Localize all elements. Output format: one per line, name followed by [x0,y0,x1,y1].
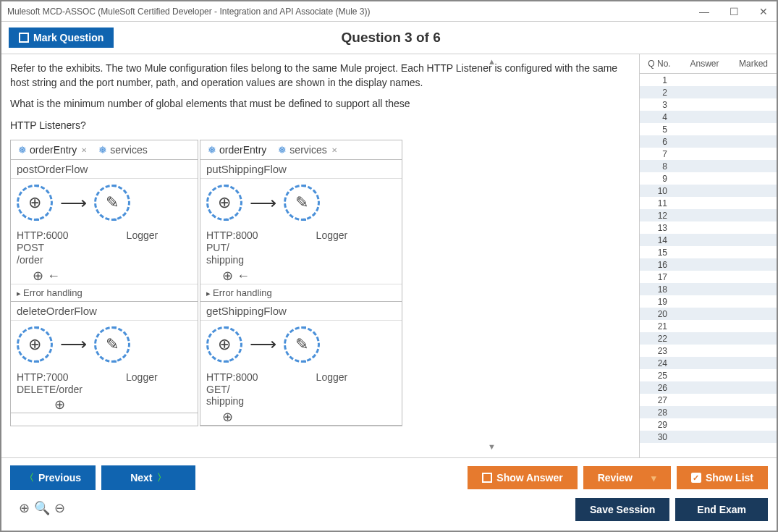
pencil-icon: ✎ [284,326,320,363]
list-row[interactable]: 9 [640,172,777,185]
list-row[interactable]: 30 [640,431,777,443]
logger-node: ✎ [94,326,130,363]
main-area: ▲ ▼ Refer to the exhibits. The two Mule … [1,54,777,457]
pencil-icon: ✎ [94,326,130,363]
list-row[interactable]: 12 [640,209,777,221]
end-exam-button[interactable]: End Exam [675,498,768,521]
list-row[interactable]: 14 [640,234,777,246]
row-number: 7 [643,149,672,159]
tab-orderentry[interactable]: ❅orderEntry [205,143,269,157]
list-row[interactable]: 6 [640,135,777,148]
list-row[interactable]: 21 [640,320,777,332]
tabs-right: ❅orderEntry ❅services✕ [200,140,402,160]
list-row[interactable]: 29 [640,418,777,431]
http-listener-node: ⊕ [17,185,53,221]
save-session-button[interactable]: Save Session [575,498,669,521]
maximize-icon[interactable]: ☐ [727,4,742,19]
mule-icon: ❅ [208,144,216,156]
tab-orderentry[interactable]: ❅orderEntry✕ [15,143,90,157]
row-number: 24 [643,358,672,368]
row-number: 17 [643,272,672,282]
zoom-reset-icon[interactable]: 🔍 [34,500,50,516]
title-bar: Mulesoft MCD-ASSOC (MuleSoft Certified D… [1,1,777,22]
chevron-right-icon: 〉 [157,471,166,484]
pencil-icon: ✎ [94,185,130,221]
list-row[interactable]: 10 [640,185,777,197]
list-header: Q No. Answer Marked [640,54,777,74]
question-list-panel: Q No. Answer Marked 12345678910111213141… [639,54,777,457]
question-counter: Question 3 of 6 [12,30,769,46]
list-row[interactable]: 8 [640,160,777,172]
list-row[interactable]: 3 [640,98,777,111]
list-row[interactable]: 26 [640,381,777,394]
show-list-button[interactable]: ✓Show List [677,466,768,489]
row-number: 21 [643,321,672,332]
question-p1: Refer to the exhibits. The two Mule conf… [10,62,630,90]
flow-postorder: postOrderFlow ⊕ ⟶ ✎ HTTP:6000 POST /orde… [11,160,198,301]
tab-services[interactable]: ❅services [96,143,150,157]
show-answer-button[interactable]: Show Answer [468,466,577,489]
next-button[interactable]: Next〉 [101,465,195,490]
row-number: 3 [643,100,672,110]
list-row[interactable]: 11 [640,197,777,209]
window-title: Mulesoft MCD-ASSOC (MuleSoft Certified D… [7,7,696,17]
question-list[interactable]: 1234567891011121314151617181920212223242… [640,74,777,457]
list-row[interactable]: 2 [640,86,777,98]
col-qno: Q No. [643,59,676,69]
tab-services[interactable]: ❅services✕ [275,143,339,157]
row-number: 4 [643,112,672,122]
row-number: 12 [643,211,672,221]
list-row[interactable]: 18 [640,283,777,295]
minimize-icon[interactable]: — [696,4,712,19]
list-row[interactable]: 13 [640,221,777,234]
row-number: 6 [643,137,672,147]
exhibit-left: ❅orderEntry✕ ❅services postOrderFlow ⊕ ⟶… [10,140,198,426]
row-number: 10 [643,186,672,196]
list-row[interactable]: 28 [640,406,777,418]
list-row[interactable]: 16 [640,258,777,271]
list-row[interactable]: 23 [640,345,777,357]
list-row[interactable]: 19 [640,295,777,308]
list-row[interactable]: 20 [640,308,777,320]
zoom-out-icon[interactable]: ⊖ [54,500,65,516]
error-handling[interactable]: Error handling [11,284,198,301]
list-row[interactable]: 4 [640,111,777,123]
flow-putshipping: putShippingFlow ⊕ ⟶ ✎ HTTP:8000 PUT/ shi… [200,160,402,301]
list-row[interactable]: 24 [640,357,777,369]
close-icon[interactable]: ✕ [756,4,771,19]
globe-icon: ⊕ [17,326,53,363]
row-number: 14 [643,235,672,245]
tab-close-icon[interactable]: ✕ [331,146,337,154]
error-handling[interactable]: Error handling [200,284,402,301]
question-text: Refer to the exhibits. The two Mule conf… [10,62,630,132]
tabs-left: ❅orderEntry✕ ❅services [11,140,198,160]
arrow-icon: ⟶ [60,333,87,355]
row-number: 9 [643,174,672,184]
row-number: 23 [643,346,672,356]
scroll-up-icon[interactable]: ▲ [488,57,496,66]
list-row[interactable]: 25 [640,369,777,381]
row-number: 18 [643,284,672,295]
list-row[interactable]: 5 [640,123,777,135]
globe-small-icon: ⊕ [222,409,402,425]
tab-close-icon[interactable]: ✕ [81,146,87,154]
chevron-down-icon: ▾ [651,473,656,484]
row-number: 19 [643,297,672,307]
mule-icon: ❅ [18,144,27,156]
checkbox-icon [482,473,492,483]
chevron-left-icon: 〈 [25,471,34,484]
mule-icon: ❅ [98,144,107,156]
scroll-down-icon[interactable]: ▼ [488,442,496,451]
arrow-icon: ⟶ [250,192,276,214]
list-row[interactable]: 17 [640,271,777,283]
row-number: 15 [643,248,672,258]
list-row[interactable]: 7 [640,148,777,160]
previous-button[interactable]: 〈Previous [10,465,96,490]
list-row[interactable]: 1 [640,74,777,86]
bottom-bar: 〈Previous Next〉 Show Answer Review▾ ✓Sho… [1,457,777,496]
zoom-in-icon[interactable]: ⊕ [19,500,30,516]
list-row[interactable]: 15 [640,246,777,258]
list-row[interactable]: 27 [640,394,777,406]
review-button[interactable]: Review▾ [583,466,671,489]
list-row[interactable]: 22 [640,332,777,345]
